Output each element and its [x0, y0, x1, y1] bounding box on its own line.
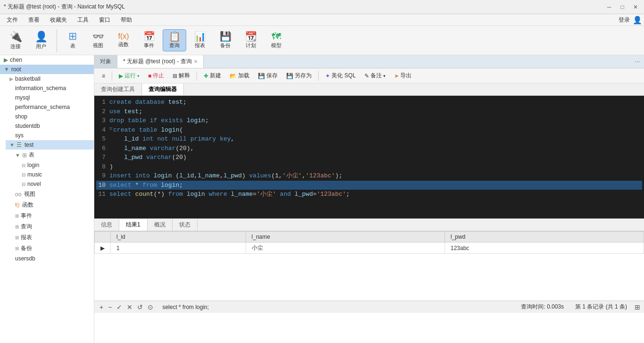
sidebar-item-label: performance_schema	[15, 104, 70, 110]
options-button[interactable]: ⊙	[146, 303, 155, 311]
code-line-8: 8 )	[96, 162, 642, 172]
confirm-button[interactable]: ✓	[115, 303, 124, 311]
explain-button[interactable]: ⊞ 解释	[169, 70, 194, 81]
sidebar-item-basketball[interactable]: ▶ basketball	[6, 74, 94, 84]
refresh-button[interactable]: ↺	[136, 303, 144, 311]
sidebar-item-information-schema[interactable]: ▶ information_schema	[6, 84, 94, 93]
menu-tools[interactable]: 工具	[73, 15, 93, 25]
close-button[interactable]: ✕	[631, 2, 640, 12]
stop-button[interactable]: ■ 停止	[144, 70, 168, 81]
table-icon: ⊟	[22, 182, 25, 187]
col-header-lpwd[interactable]: l_pwd	[445, 232, 644, 243]
new-button[interactable]: ✚ 新建	[200, 70, 225, 81]
menu-view[interactable]: 查看	[24, 15, 44, 25]
add-row-button[interactable]: +	[98, 303, 105, 311]
sidebar-item-root[interactable]: ▼ root	[0, 65, 94, 74]
collapse-icon[interactable]: ▽	[109, 125, 112, 133]
result-tab-status[interactable]: 状态	[173, 219, 198, 231]
sidebar-item-shop[interactable]: ▶ shop	[6, 112, 94, 121]
menu-favorites[interactable]: 收藏夹	[45, 15, 72, 25]
code-line-6: 6 l_name varchar(20),	[96, 144, 642, 153]
db-expand-icon: ▼	[4, 66, 9, 73]
export-button[interactable]: ➤ 导出	[390, 70, 415, 81]
folder-icon: ⊞	[22, 152, 27, 159]
table-icon: ⊟	[22, 172, 25, 177]
toolbar-model[interactable]: 🗺 模型	[264, 30, 288, 51]
minimize-button[interactable]: ─	[604, 2, 614, 12]
sidebar-item-usersdb[interactable]: ▶ usersdb	[6, 254, 94, 263]
toolbar-query[interactable]: 📋 查询	[163, 29, 186, 51]
sidebar-item-chen[interactable]: ▶ chen	[0, 55, 94, 65]
run-button[interactable]: ▶ 运行 ▾	[115, 70, 143, 81]
sidebar-item-mysql[interactable]: ▶ mysql	[6, 93, 94, 102]
tab-options-icon[interactable]: ⋯	[635, 59, 640, 65]
sidebar-item-test[interactable]: ▼ ☰ test	[6, 140, 94, 150]
sidebar-item-queries-folder[interactable]: ⊞ 查询	[11, 221, 94, 232]
sub-tab-builder[interactable]: 查询创建工具	[94, 84, 142, 95]
tab-query[interactable]: * 无标题 @test (root) - 查询 ✕	[117, 55, 204, 68]
export-icon: ➤	[394, 73, 399, 79]
load-button[interactable]: 📂 加载	[226, 70, 253, 81]
code-line-7: 7 l_pwd varchar(20)	[96, 153, 642, 162]
code-editor[interactable]: 1 create database test; 2 use test; 3 dr…	[94, 96, 644, 218]
toolbar-backup[interactable]: 💾 备份	[214, 30, 237, 51]
sidebar-item-label: mysql	[15, 94, 30, 101]
col-header-lname[interactable]: l_name	[246, 232, 445, 243]
sidebar-item-functions-folder[interactable]: f() 函数	[11, 200, 94, 210]
bottom-panel: 信息 结果1 概况 状态 l_id l_name l_pwd	[94, 218, 644, 313]
result-table-wrap[interactable]: l_id l_name l_pwd ▶ 1 小尘 123abc	[94, 231, 644, 301]
toolbar-sep-2	[197, 71, 197, 81]
beautify-icon: ✦	[325, 73, 330, 79]
menu-file[interactable]: 文件	[2, 15, 23, 25]
result-tab-info[interactable]: 信息	[94, 219, 119, 231]
tab-bar: 对象 * 无标题 @test (root) - 查询 ✕ ⋯	[94, 55, 644, 68]
comment-dropdown-icon[interactable]: ▾	[383, 74, 386, 78]
result-tab-overview[interactable]: 概况	[148, 219, 173, 231]
sidebar-item-label: 报表	[21, 234, 32, 242]
tab-close-icon[interactable]: ✕	[194, 59, 198, 64]
table-row[interactable]: ▶ 1 小尘 123abc	[95, 243, 644, 254]
hamburger-menu-button[interactable]: ≡	[98, 71, 109, 81]
save-button[interactable]: 💾 保存	[254, 70, 281, 81]
sidebar-item-music-table[interactable]: ⊟ music	[17, 170, 94, 179]
toolbar-connect[interactable]: 🔌 连接	[4, 29, 27, 52]
grid-view-icon[interactable]: ⊞	[635, 303, 640, 311]
maximize-button[interactable]: □	[618, 2, 627, 12]
sidebar-item-label: usersdb	[15, 255, 35, 262]
code-line-2: 2 use test;	[96, 107, 642, 117]
sidebar-item-novel-table[interactable]: ⊟ novel	[17, 179, 94, 189]
folder-icon: ⊞	[15, 224, 19, 229]
sidebar-item-studentdb[interactable]: ▶ studentdb	[6, 121, 94, 131]
toolbar-event[interactable]: 📅 事件	[137, 30, 161, 51]
sidebar-item-events-folder[interactable]: ⊞ 事件	[11, 210, 94, 221]
toolbar-report[interactable]: 📊 报表	[188, 30, 212, 51]
tab-objects[interactable]: 对象	[94, 55, 117, 68]
menu-window[interactable]: 窗口	[94, 15, 115, 25]
sidebar-item-backups-folder[interactable]: ⊞ 备份	[11, 243, 94, 254]
sidebar-item-reports-folder[interactable]: ⊞ 报表	[11, 232, 94, 243]
toolbar-table[interactable]: ⊞ 表	[61, 29, 84, 51]
toolbar-user[interactable]: 👤 用户	[29, 29, 53, 52]
sidebar-item-sys[interactable]: ▶ sys	[6, 131, 94, 140]
login-label[interactable]: 登录	[619, 16, 630, 24]
cancel-edit-button[interactable]: ✕	[125, 303, 134, 311]
sidebar-item-views-folder[interactable]: oo 视图	[11, 189, 94, 200]
comment-icon: ✎	[364, 73, 369, 79]
sidebar-item-performance-schema[interactable]: ▶ performance_schema	[6, 102, 94, 112]
beautify-button[interactable]: ✦ 美化 SQL	[322, 70, 359, 81]
save-as-button[interactable]: 💾 另存为	[282, 70, 315, 81]
result-tab-result1[interactable]: 结果1	[119, 219, 148, 231]
delete-row-button[interactable]: −	[107, 303, 113, 311]
toolbar-schedule[interactable]: 📆 计划	[239, 30, 263, 51]
sidebar-item-login-table[interactable]: ⊟ login	[17, 160, 94, 170]
col-header-lid[interactable]: l_id	[111, 232, 246, 243]
sub-tab-editor[interactable]: 查询编辑器	[142, 84, 184, 95]
toolbar-function[interactable]: f(x) 函数	[112, 31, 135, 50]
menu-help[interactable]: 帮助	[116, 15, 137, 25]
comment-button[interactable]: ✎ 备注 ▾	[361, 70, 389, 81]
toolbar-view[interactable]: 👓 视图	[86, 30, 110, 51]
sidebar-item-label: information_schema	[15, 85, 66, 92]
sidebar-item-tables-folder[interactable]: ▼ ⊞ 表	[11, 150, 94, 160]
run-dropdown-icon[interactable]: ▾	[137, 74, 140, 78]
sidebar-item-label: shop	[15, 113, 27, 120]
